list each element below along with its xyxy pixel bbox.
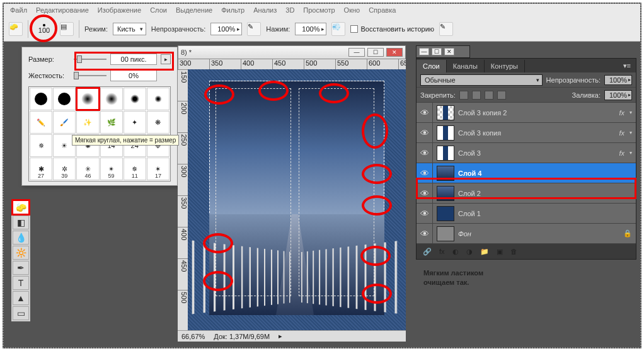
menu-item[interactable]: 3D [285, 6, 294, 14]
menu-item[interactable]: Файл [10, 6, 27, 14]
opacity-field[interactable]: 100% [210, 23, 242, 35]
brush-preset[interactable]: ✦ [124, 111, 146, 134]
layer-row[interactable]: 👁 Слой 3 копия 2 fx▾ [417, 103, 636, 123]
lock-transparency-icon[interactable] [459, 91, 468, 100]
adjustment-layer-icon[interactable]: ◑ [466, 248, 473, 256]
brush-preset[interactable]: ✨ [76, 111, 99, 134]
fill-field[interactable]: 100% [604, 90, 632, 100]
brush-preset-picker[interactable]: 100 [33, 18, 55, 40]
layer-row[interactable]: 👁 Слой 3 копия fx▾ [417, 123, 636, 143]
visibility-toggle[interactable]: 👁 [417, 123, 433, 142]
delete-layer-icon[interactable]: 🗑 [510, 248, 517, 255]
dodge-tool[interactable]: 🔆 [13, 246, 29, 260]
tab-layers[interactable]: Слои [417, 60, 447, 72]
close-button[interactable]: ✕ [386, 48, 403, 57]
menu-item[interactable]: Изображение [98, 6, 141, 14]
hardness-slider[interactable] [74, 71, 106, 80]
blur-tool[interactable]: 💧 [13, 231, 29, 245]
minimize-button[interactable]: — [348, 48, 365, 57]
layer-row[interactable]: 👁 Слой 2 [417, 183, 636, 204]
layer-row[interactable]: 👁 Слой 3 fx▾ [417, 143, 636, 163]
fx-badge[interactable]: fx [619, 109, 624, 117]
type-tool[interactable]: T [13, 276, 29, 290]
flyout-arrow-icon[interactable]: ▸ [161, 54, 171, 64]
tab-paths[interactable]: Контуры [485, 60, 525, 72]
document-titlebar[interactable]: 8) * — ☐ ✕ [178, 45, 406, 59]
mode-combo[interactable]: Кисть [113, 23, 146, 35]
canvas[interactable] [188, 69, 406, 330]
ruler-horizontal[interactable]: 300350400450500550600650 [178, 59, 406, 69]
brush-preset[interactable]: 🌿 [100, 111, 123, 134]
visibility-toggle[interactable]: 👁 [417, 163, 433, 183]
menu-item[interactable]: Просмотр [303, 6, 335, 14]
brush-preset[interactable]: ✵11 [124, 158, 146, 180]
menu-item[interactable]: Редактирование [36, 6, 89, 14]
layer-row[interactable]: 👁 Слой 1 [417, 204, 636, 224]
airbrush-icon[interactable]: 💨 [331, 22, 345, 36]
path-select-tool[interactable]: ▲ [13, 291, 29, 305]
tablet-size-icon[interactable]: ✎ [439, 22, 453, 36]
brush-preset[interactable]: ✲39 [53, 158, 76, 180]
layer-thumbnail[interactable] [437, 206, 454, 221]
pen-tool[interactable]: ✒ [13, 261, 29, 275]
minimize-button[interactable]: — [419, 48, 429, 55]
new-layer-icon[interactable]: ▣ [497, 248, 503, 256]
layer-mask-icon[interactable]: ◐ [452, 248, 459, 256]
flow-field[interactable]: 100% [295, 23, 326, 35]
layer-thumbnail[interactable] [437, 166, 454, 181]
lock-all-icon[interactable] [497, 91, 506, 100]
menu-item[interactable]: Выделение [176, 6, 212, 14]
brush-preset[interactable]: ✏️ [30, 111, 52, 134]
layer-row-background[interactable]: 👁 Фон 🔒 [417, 224, 636, 244]
tab-channels[interactable]: Каналы [447, 60, 485, 72]
blend-mode-combo[interactable]: Обычные [420, 74, 543, 86]
link-layers-icon[interactable]: 🔗 [423, 248, 432, 256]
layer-row-selected[interactable]: 👁 Слой 4 [417, 163, 636, 183]
visibility-toggle[interactable]: 👁 [417, 224, 433, 243]
maximize-button[interactable]: ☐ [367, 48, 384, 57]
tablet-opacity-icon[interactable]: ✎ [247, 22, 261, 36]
shape-tool[interactable]: ▭ [13, 306, 29, 320]
brush-preset[interactable] [147, 88, 170, 110]
ruler-vertical[interactable]: 150200250300350400450500 [178, 69, 188, 330]
visibility-toggle[interactable]: 👁 [417, 143, 433, 163]
hardness-value[interactable]: 0% [110, 70, 157, 81]
brush-preset[interactable] [100, 88, 123, 110]
visibility-toggle[interactable]: 👁 [417, 204, 433, 223]
gradient-tool[interactable]: ◧ [13, 216, 29, 229]
erase-history-checkbox[interactable]: Восстановить историю [350, 25, 434, 33]
brush-preset[interactable]: ❋ [147, 111, 170, 134]
size-slider[interactable] [74, 55, 106, 64]
brush-preset[interactable] [53, 88, 76, 110]
lock-position-icon[interactable] [485, 91, 493, 100]
zoom-value[interactable]: 66,67% [181, 333, 205, 340]
brush-preset[interactable] [124, 88, 146, 110]
brush-preset[interactable] [30, 88, 52, 110]
layer-thumbnail[interactable] [437, 226, 454, 241]
brush-panel-toggle-icon[interactable]: ▤ [60, 22, 74, 36]
brush-preset[interactable]: ✶17 [147, 158, 170, 180]
visibility-toggle[interactable]: 👁 [417, 183, 433, 203]
menu-item[interactable]: Слои [150, 6, 167, 14]
brush-preset[interactable]: ✳46 [76, 158, 99, 180]
fx-badge[interactable]: fx [619, 129, 624, 137]
layer-thumbnail[interactable] [437, 105, 454, 120]
eraser-tool[interactable]: 🧽 [13, 200, 29, 214]
menu-item[interactable]: Фильтр [221, 6, 244, 14]
panel-menu-icon[interactable]: ▾≡ [618, 59, 636, 72]
brush-preset[interactable]: ✴59 [100, 158, 123, 180]
visibility-toggle[interactable]: 👁 [417, 103, 433, 122]
layer-fx-icon[interactable]: fx [439, 248, 445, 255]
brush-preset[interactable]: ✱27 [30, 158, 52, 180]
layer-thumbnail[interactable] [437, 146, 454, 161]
brush-preset-selected[interactable] [76, 88, 99, 110]
layer-thumbnail[interactable] [437, 186, 454, 201]
maximize-button[interactable]: ☐ [432, 48, 442, 55]
size-value[interactable]: 00 пикс. [110, 54, 157, 65]
brush-preset[interactable]: 🖌️ [53, 111, 76, 134]
menu-item[interactable]: Анализ [253, 6, 277, 14]
layer-thumbnail[interactable] [437, 125, 454, 141]
close-button[interactable]: ✕ [444, 48, 454, 55]
statusbar-arrow-icon[interactable]: ▸ [279, 332, 282, 340]
lock-pixels-icon[interactable] [472, 91, 481, 100]
